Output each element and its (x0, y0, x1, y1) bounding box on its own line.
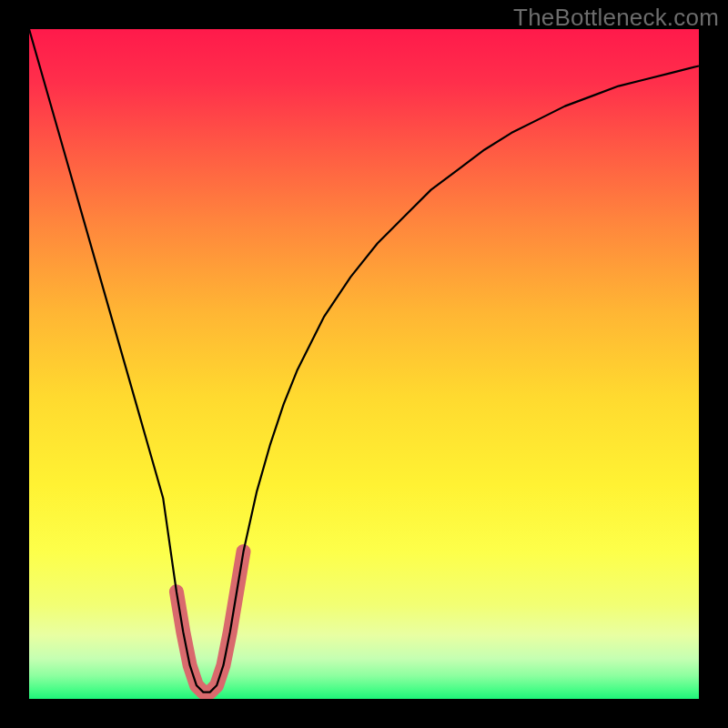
chart-svg (29, 29, 699, 699)
gradient-background (29, 29, 699, 699)
watermark-text: TheBottleneck.com (513, 4, 719, 32)
chart-plot-area (29, 29, 699, 699)
chart-frame: TheBottleneck.com (0, 0, 728, 728)
